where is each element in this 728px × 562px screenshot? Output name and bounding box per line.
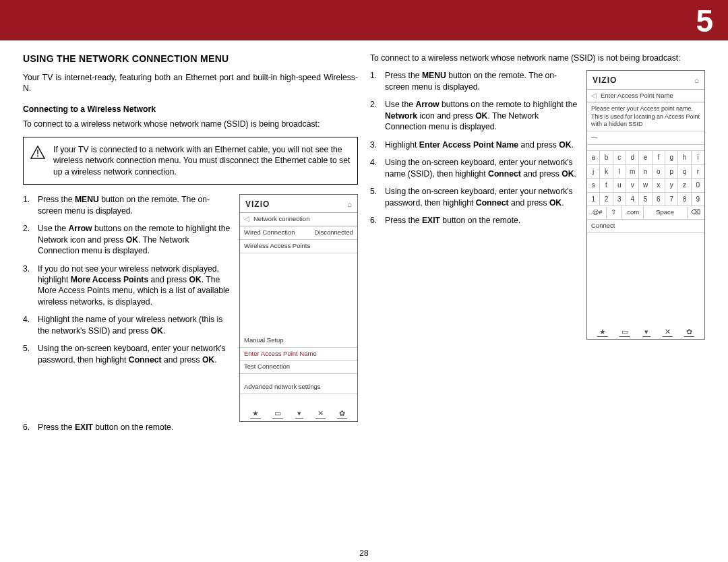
rect-icon: ▭ [619, 327, 630, 338]
tv-panel-network: VIZIO ⌂ ◁ Network connection Wired Conne… [239, 194, 358, 422]
step: Use the Arrow buttons on the remote to h… [23, 223, 233, 256]
subheading-wireless: Connecting to a Wireless Network [23, 104, 358, 115]
key-y: y [665, 179, 678, 193]
key-d: d [626, 151, 639, 165]
key-m: m [626, 165, 639, 179]
key-w: w [639, 179, 652, 193]
key-u: u [613, 179, 626, 193]
steps-broadcast: Press the MENU button on the remote. The… [23, 194, 233, 365]
key-0: 0 [692, 179, 704, 193]
column-right: To connect to a wireless network whose n… [370, 53, 705, 550]
star-icon: ★ [597, 327, 608, 338]
home-icon: ⌂ [347, 199, 352, 210]
panel-title: ◁ Network connection [240, 212, 357, 226]
lead-broadcast: To connect to a wireless network whose n… [23, 119, 358, 129]
key-q: q [678, 165, 691, 179]
key-c: c [613, 151, 626, 165]
key-v: v [626, 179, 639, 193]
v-icon: ▾ [295, 408, 303, 419]
key-backspace: ⌫ [688, 206, 705, 219]
input-line: — [587, 131, 704, 145]
key-x: x [653, 179, 665, 193]
key-l: l [613, 165, 626, 179]
star-icon: ★ [250, 408, 261, 419]
tv-panel-keyboard: VIZIO ⌂ ◁ Enter Access Point Name Please… [586, 70, 705, 340]
panel-row-wired: Wired ConnectionDisconnected [240, 226, 357, 240]
chapter-bar: 5 [0, 0, 728, 40]
panel-row-connect: Connect [587, 220, 704, 233]
step: Press the EXIT button on the remote. [23, 422, 358, 433]
intro-text: Your TV is internet-ready, featuring bot… [23, 72, 358, 94]
step: Press the MENU button on the remote. The… [370, 70, 580, 92]
key-a: a [587, 151, 600, 165]
panel-title: ◁ Enter Access Point Name [587, 89, 704, 103]
key-b: b [600, 151, 613, 165]
key-2: 2 [600, 193, 613, 207]
column-left: USING THE NETWORK CONNECTION MENU Your T… [23, 53, 358, 550]
panel-row-advanced: Advanced network settings [240, 381, 357, 394]
key-6: 6 [653, 193, 665, 207]
page-body: USING THE NETWORK CONNECTION MENU Your T… [23, 53, 705, 550]
key-7: 7 [665, 193, 678, 207]
key-r: r [692, 165, 704, 179]
step: Using the on-screen keyboard, enter your… [370, 157, 580, 179]
rect-icon: ▭ [272, 408, 283, 419]
key-3: 3 [613, 193, 626, 207]
home-icon: ⌂ [694, 75, 699, 86]
gear-icon: ✿ [337, 408, 347, 419]
key-h: h [678, 151, 691, 165]
key-shift: ⇧ [607, 206, 621, 219]
key-9: 9 [692, 193, 704, 207]
panel-note: Please enter your Access point name. Thi… [587, 102, 704, 131]
key-g: g [665, 151, 678, 165]
back-icon: ◁ [244, 215, 249, 224]
panel-toolbar: ★ ▭ ▾ ✕ ✿ [587, 327, 704, 338]
panel-toolbar: ★ ▭ ▾ ✕ ✿ [240, 408, 357, 419]
panel-row-enter-ap: Enter Access Point Name [240, 348, 357, 361]
keyboard-row-special: .@# ⇧ .com Space ⌫ [587, 206, 704, 220]
gear-icon: ✿ [684, 327, 694, 338]
panel-row-wireless: Wireless Access Points [240, 240, 357, 253]
x-icon: ✕ [315, 408, 326, 419]
svg-point-1 [37, 155, 38, 156]
steps-broadcast-cont: Press the EXIT button on the remote. [23, 422, 358, 433]
warning-text: If your TV is connected to a network wit… [53, 145, 350, 177]
key-i: i [692, 151, 704, 165]
page-number: 28 [0, 549, 728, 558]
steps-hidden: Press the MENU button on the remote. The… [370, 70, 580, 226]
x-icon: ✕ [663, 327, 673, 338]
key-t: t [600, 179, 613, 193]
chapter-number: 5 [696, 3, 713, 39]
key-1: 1 [587, 193, 600, 207]
warning-icon [30, 146, 45, 159]
step: Highlight Enter Access Point Name and pr… [370, 139, 580, 150]
key-n: n [639, 165, 652, 179]
step: Press the EXIT button on the remote. [370, 215, 580, 226]
key-z: z [678, 179, 691, 193]
step: Using the on-screen keyboard, enter your… [370, 186, 580, 208]
back-icon: ◁ [591, 92, 597, 100]
key-o: o [653, 165, 665, 179]
key-s: s [587, 179, 600, 193]
v-icon: ▾ [642, 327, 650, 338]
key-com: .com [621, 206, 644, 219]
key-symbols: .@# [587, 206, 607, 219]
vizio-logo: VIZIO [245, 199, 270, 210]
onscreen-keyboard: abcdefghijklmnopqrstuvwxyz0123456789 [587, 150, 704, 206]
vizio-logo: VIZIO [593, 75, 617, 86]
key-p: p [665, 165, 678, 179]
lead-hidden: To connect to a wireless network whose n… [370, 53, 705, 63]
step: If you do not see your wireless network … [23, 263, 233, 308]
key-f: f [653, 151, 665, 165]
section-heading: USING THE NETWORK CONNECTION MENU [23, 53, 358, 65]
warning-box: If your TV is connected to a network wit… [23, 137, 358, 185]
key-space: Space [644, 206, 688, 219]
step: Press the MENU button on the remote. The… [23, 194, 233, 216]
step: Use the Arrow buttons on the remote to h… [370, 99, 580, 132]
panel-row-manual: Manual Setup [240, 334, 357, 348]
key-8: 8 [678, 193, 691, 207]
key-k: k [600, 165, 613, 179]
step: Using the on-screen keyboard, enter your… [23, 343, 233, 365]
step: Highlight the name of your wireless netw… [23, 314, 233, 336]
key-5: 5 [639, 193, 652, 207]
